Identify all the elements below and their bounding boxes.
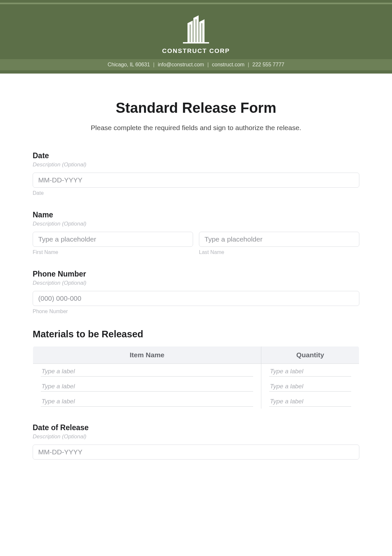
name-description: Description (Optional) xyxy=(33,221,359,227)
field-release-date: Date of Release Description (Optional) xyxy=(33,423,359,460)
release-date-description: Description (Optional) xyxy=(33,433,359,440)
last-name-sublabel: Last Name xyxy=(199,249,359,255)
svg-marker-6 xyxy=(199,19,204,22)
phone-sublabel: Phone Number xyxy=(33,309,359,314)
first-name-sublabel: First Name xyxy=(33,249,193,255)
brand-name: CONSTRUCT CORP xyxy=(162,47,230,55)
svg-marker-5 xyxy=(193,15,199,18)
release-date-input[interactable] xyxy=(33,445,359,460)
last-name-input[interactable] xyxy=(199,232,359,247)
item-name-input[interactable] xyxy=(41,396,253,407)
quantity-input[interactable] xyxy=(269,396,351,407)
table-row xyxy=(33,379,359,394)
materials-tbody xyxy=(33,364,359,409)
date-input[interactable] xyxy=(33,173,359,188)
svg-marker-4 xyxy=(188,21,193,23)
separator: | xyxy=(248,62,249,68)
name-label: Name xyxy=(33,211,359,219)
quantity-input[interactable] xyxy=(269,366,351,377)
header-hero: CONSTRUCT CORP xyxy=(0,4,392,59)
release-date-label: Date of Release xyxy=(33,423,359,432)
contact-email: info@construct.com xyxy=(158,62,204,68)
contact-website: construct.com xyxy=(212,62,245,68)
col-quantity: Quantity xyxy=(261,346,359,364)
buildings-icon xyxy=(180,15,212,44)
form-content: Standard Release Form Please complete th… xyxy=(0,74,392,460)
table-row xyxy=(33,364,359,379)
first-name-input[interactable] xyxy=(33,232,193,247)
field-name: Name Description (Optional) First Name L… xyxy=(33,211,359,255)
separator: | xyxy=(153,62,155,68)
date-sublabel: Date xyxy=(33,190,359,196)
materials-table: Item Name Quantity xyxy=(33,346,359,409)
field-phone: Phone Number Description (Optional) Phon… xyxy=(33,270,359,314)
header-top-strip xyxy=(0,0,392,3)
materials-heading: Materials to be Released xyxy=(33,329,359,340)
page-title: Standard Release Form xyxy=(33,100,359,116)
phone-label: Phone Number xyxy=(33,270,359,278)
header-bottom-band xyxy=(0,70,392,74)
quantity-input[interactable] xyxy=(269,381,351,392)
date-description: Description (Optional) xyxy=(33,161,359,168)
field-date: Date Description (Optional) Date xyxy=(33,151,359,196)
phone-description: Description (Optional) xyxy=(33,280,359,286)
phone-input[interactable] xyxy=(33,291,359,306)
separator: | xyxy=(207,62,209,68)
item-name-input[interactable] xyxy=(41,366,253,377)
contact-phone: 222 555 7777 xyxy=(253,62,285,68)
item-name-input[interactable] xyxy=(41,381,253,392)
col-item-name: Item Name xyxy=(33,346,261,364)
table-row xyxy=(33,394,359,409)
contact-location: Chicago, IL 60631 xyxy=(108,62,150,68)
date-label: Date xyxy=(33,151,359,160)
contact-bar: Chicago, IL 60631 | info@construct.com |… xyxy=(0,59,392,70)
page-subtitle: Please complete the required fields and … xyxy=(33,124,359,132)
